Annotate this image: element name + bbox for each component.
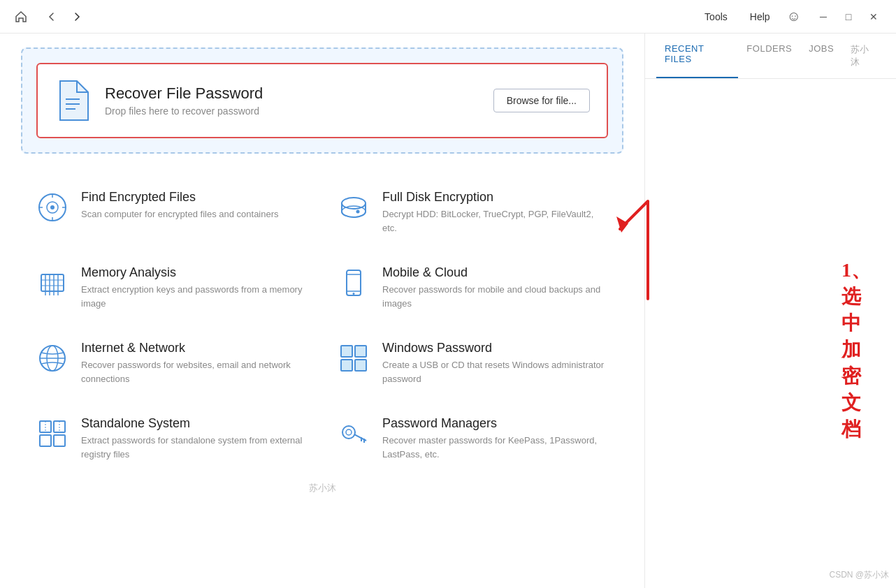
svg-point-27 bbox=[353, 293, 355, 295]
recover-subtitle: Drop files here to recover password bbox=[105, 105, 479, 117]
feature-title: Password Managers bbox=[382, 416, 609, 431]
watermark-bottom: 苏小沐 bbox=[21, 476, 623, 500]
svg-rect-38 bbox=[54, 435, 65, 446]
feature-title: Memory Analysis bbox=[81, 265, 308, 280]
svg-point-41 bbox=[342, 426, 355, 439]
feature-text: Full Disk Encryption Decrypt HDD: BitLoc… bbox=[382, 190, 609, 235]
svg-rect-37 bbox=[40, 435, 51, 446]
feature-text: Standalone System Extract passwords for … bbox=[81, 416, 308, 461]
svg-point-12 bbox=[356, 210, 360, 214]
feature-text: Password Managers Recover master passwor… bbox=[382, 416, 609, 461]
svg-rect-32 bbox=[355, 346, 366, 357]
feature-windows[interactable]: Windows Password Create a USB or CD that… bbox=[322, 325, 623, 401]
feature-full-disk[interactable]: Full Disk Encryption Decrypt HDD: BitLoc… bbox=[322, 175, 623, 250]
close-button[interactable]: ✕ bbox=[862, 7, 885, 27]
feature-text: Mobile & Cloud Recover passwords for mob… bbox=[382, 265, 609, 310]
network-icon bbox=[35, 341, 70, 376]
svg-rect-13 bbox=[41, 274, 64, 291]
recover-text: Recover File Password Drop files here to… bbox=[105, 84, 479, 117]
windows-icon bbox=[336, 341, 371, 376]
svg-rect-33 bbox=[341, 360, 352, 371]
feature-title: Find Encrypted Files bbox=[81, 190, 308, 205]
titlebar: Tools Help ☺ ─ □ ✕ bbox=[0, 0, 896, 34]
feature-desc: Scan computer for encrypted files and co… bbox=[81, 207, 308, 221]
feature-grid: Find Encrypted Files Scan computer for e… bbox=[21, 175, 623, 476]
titlebar-right: Tools Help ☺ ─ □ ✕ bbox=[699, 7, 885, 27]
feature-desc: Extract passwords for standalone system … bbox=[81, 434, 308, 461]
mobile-icon bbox=[336, 265, 371, 300]
feature-text: Memory Analysis Extract encryption keys … bbox=[81, 265, 308, 310]
feature-title: Standalone System bbox=[81, 416, 308, 431]
nav-buttons bbox=[42, 7, 87, 27]
feature-title: Full Disk Encryption bbox=[382, 190, 609, 205]
recover-title: Recover File Password bbox=[105, 84, 479, 103]
svg-rect-34 bbox=[355, 360, 366, 371]
feature-desc: Recover master passwords for KeePass, 1P… bbox=[382, 434, 609, 461]
feature-desc: Recover passwords for websites, email an… bbox=[81, 358, 308, 385]
help-menu[interactable]: Help bbox=[744, 8, 776, 25]
feature-mobile-cloud[interactable]: Mobile & Cloud Recover passwords for mob… bbox=[322, 250, 623, 325]
feature-desc: Extract encryption keys and passwords fr… bbox=[81, 283, 308, 310]
feature-find-encrypted[interactable]: Find Encrypted Files Scan computer for e… bbox=[21, 175, 322, 250]
tab-recent-files[interactable]: RECENT FILES bbox=[656, 34, 738, 78]
svg-point-5 bbox=[50, 205, 55, 210]
watermark-corner: CSDN @苏小沐 bbox=[829, 569, 889, 581]
feature-title: Windows Password bbox=[382, 341, 609, 355]
feature-password-managers[interactable]: Password Managers Recover master passwor… bbox=[322, 401, 623, 476]
feedback-icon[interactable]: ☺ bbox=[787, 8, 801, 24]
maximize-button[interactable]: □ bbox=[837, 7, 860, 27]
forward-button[interactable] bbox=[67, 7, 87, 27]
svg-point-11 bbox=[342, 206, 366, 217]
content-area: Recover File Password Drop files here to… bbox=[0, 34, 644, 588]
sidebar-content bbox=[645, 79, 896, 588]
window-controls: ─ □ ✕ bbox=[812, 7, 885, 27]
sidebar-username: 苏小沐 bbox=[842, 34, 885, 78]
back-button[interactable] bbox=[42, 7, 62, 27]
disk-scan-icon bbox=[35, 190, 70, 225]
feature-internet[interactable]: Internet & Network Recover passwords for… bbox=[21, 325, 322, 401]
tab-folders[interactable]: FOLDERS bbox=[738, 34, 800, 78]
recover-card: Recover File Password Drop files here to… bbox=[36, 63, 608, 138]
feature-desc: Recover passwords for mobile and cloud b… bbox=[382, 283, 609, 310]
sidebar: RECENT FILES FOLDERS JOBS 苏小沐 bbox=[644, 34, 896, 588]
drop-zone[interactable]: Recover File Password Drop files here to… bbox=[21, 47, 623, 154]
feature-text: Windows Password Create a USB or CD that… bbox=[382, 341, 609, 385]
feature-memory[interactable]: Memory Analysis Extract encryption keys … bbox=[21, 250, 322, 325]
feature-title: Mobile & Cloud bbox=[382, 265, 609, 280]
memory-icon bbox=[35, 265, 70, 300]
minimize-button[interactable]: ─ bbox=[812, 7, 834, 27]
disk-icon bbox=[336, 190, 371, 225]
titlebar-left bbox=[11, 7, 87, 27]
feature-desc: Decrypt HDD: BitLocker, TrueCrypt, PGP, … bbox=[382, 207, 609, 235]
tools-menu[interactable]: Tools bbox=[699, 8, 733, 25]
file-icon bbox=[55, 78, 91, 123]
tab-jobs[interactable]: JOBS bbox=[800, 34, 842, 78]
feature-text: Internet & Network Recover passwords for… bbox=[81, 341, 308, 385]
sidebar-tabs: RECENT FILES FOLDERS JOBS 苏小沐 bbox=[645, 34, 896, 79]
key-icon bbox=[336, 416, 371, 451]
feature-text: Find Encrypted Files Scan computer for e… bbox=[81, 190, 308, 221]
main-layout: Recover File Password Drop files here to… bbox=[0, 34, 896, 588]
browse-button[interactable]: Browse for file... bbox=[493, 89, 590, 112]
feature-desc: Create a USB or CD that resets Windows a… bbox=[382, 358, 609, 385]
home-button[interactable] bbox=[11, 7, 31, 27]
svg-rect-31 bbox=[341, 346, 352, 357]
feature-title: Internet & Network bbox=[81, 341, 308, 355]
svg-point-42 bbox=[346, 429, 352, 435]
feature-standalone[interactable]: Standalone System Extract passwords for … bbox=[21, 401, 322, 476]
standalone-icon bbox=[35, 416, 70, 451]
